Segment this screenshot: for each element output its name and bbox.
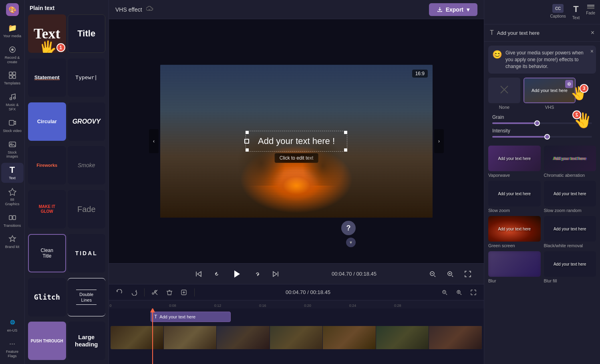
video-track <box>111 326 482 350</box>
vhs-effect-box[interactable]: Add your text here <box>523 78 576 103</box>
rp-header: T Add your text here × <box>484 24 600 42</box>
fullscreen-button[interactable] <box>461 268 474 280</box>
right-panel: CC Captions T Text Fade T Add your text … <box>484 0 600 364</box>
rp-close-button[interactable]: × <box>591 29 594 36</box>
sidebar-item-music[interactable]: Music & SFX <box>1 90 24 114</box>
text-item-statement[interactable]: Statement <box>28 58 66 97</box>
none-effect-box[interactable] <box>488 78 520 103</box>
sidebar-item-record-create[interactable]: Record &create <box>1 42 24 67</box>
effect-vaporwave[interactable]: Add your text here Vaporwave <box>488 146 541 178</box>
text-item-typewriter[interactable]: Typewr| <box>68 58 106 97</box>
blur-fill-label: Blur fill <box>544 278 596 283</box>
tl-fit-icon <box>470 289 477 296</box>
video-container: 16:9 Add your text here ! Click to edit … <box>109 19 484 263</box>
chromatic-thumb: Add your text here <box>544 146 596 171</box>
text-item-text[interactable]: Text 🖐 1 <box>28 14 66 53</box>
video-next-button[interactable]: › <box>434 129 444 153</box>
vaporwave-text: Add your text here <box>498 156 531 161</box>
text-item-makeitglow[interactable]: MAKE ITGLOW <box>28 190 66 228</box>
text-item-smoke[interactable]: Smoke <box>68 146 106 184</box>
slow-zoom-random-label: Slow zoom random <box>544 208 596 213</box>
cut-button[interactable] <box>149 287 161 298</box>
sidebar-item-stock-video[interactable]: Stock video <box>1 116 24 136</box>
effect-blur-fill[interactable]: Add your text here Blur fill <box>544 251 596 283</box>
text-clip[interactable]: T Add your text here <box>151 312 231 322</box>
tooltip-banner: 😊 Give your media super powers when you … <box>488 46 596 74</box>
sidebar-item-brand-kit[interactable]: Brand kit <box>1 232 24 252</box>
text-item-cleantitle[interactable]: CleanTitle <box>28 234 66 272</box>
fullscreen-icon <box>464 270 471 278</box>
timeline-timecode: 00:04.70 / 00:18.45 <box>286 289 330 295</box>
sidebar-item-graphics[interactable]: 88 Graphics <box>1 184 24 209</box>
tooltip-close-button[interactable]: × <box>590 48 594 54</box>
text-item-fireworks[interactable]: Fireworks <box>28 146 66 184</box>
sliders-section: Grain Intensity <box>488 114 596 146</box>
text-items-grid: Text 🖐 1 Title Statement Typewr| Circula… <box>25 14 109 364</box>
grain-slider-thumb[interactable] <box>534 120 540 126</box>
intensity-slider-thumb[interactable] <box>544 134 550 140</box>
playhead[interactable] <box>152 308 153 364</box>
step-badge-1: 1 <box>56 43 65 52</box>
play-button[interactable] <box>231 268 244 280</box>
text-item-fade[interactable]: Fade <box>68 190 106 228</box>
sidebar-item-text[interactable]: T Text <box>1 163 24 183</box>
sidebar-item-transitions[interactable]: Transitions <box>1 210 24 230</box>
text-item-doublelines[interactable]: DoubleLines <box>68 278 106 316</box>
redo-icon <box>131 289 137 296</box>
playback-controls: 00:04.70 / 00:18.45 <box>109 263 484 284</box>
intensity-slider-track[interactable] <box>492 136 592 138</box>
sidebar-label-graphics: 88 Graphics <box>3 198 22 206</box>
video-prev-button[interactable]: ‹ <box>149 129 159 153</box>
text-item-tidal[interactable]: TIDAL <box>68 234 106 272</box>
tab-fade[interactable]: Fade <box>583 2 598 22</box>
text-overlay[interactable]: Add your text here ! <box>246 131 347 152</box>
tl-zoom-in-icon <box>456 289 462 296</box>
tl-fit-button[interactable] <box>468 287 479 298</box>
text-item-glitch[interactable]: Glitch <box>28 278 66 316</box>
delete-button[interactable] <box>164 287 175 298</box>
help-button[interactable]: ? <box>341 221 356 235</box>
tab-captions[interactable]: CC Captions <box>547 2 569 22</box>
sidebar-item-your-media[interactable]: 📁 Your media <box>1 21 24 41</box>
rewind-button[interactable] <box>211 268 224 280</box>
svg-marker-11 <box>9 188 16 196</box>
effect-bw-removal[interactable]: Add your text here Black/white removal <box>544 216 596 248</box>
video-frame[interactable]: 16:9 Add your text here ! Click to edit … <box>160 65 433 218</box>
zoom-in-button[interactable] <box>444 268 457 280</box>
zoom-out-button[interactable] <box>426 268 439 280</box>
sidebar-item-templates[interactable]: Templates <box>1 68 24 88</box>
graphics-icon <box>8 187 17 196</box>
grain-slider-track[interactable] <box>492 122 592 124</box>
export-button[interactable]: Export ▾ <box>429 3 477 16</box>
sidebar-item-stock-images[interactable]: Stock images <box>1 137 24 162</box>
sidebar-item-locale[interactable]: 🌐 en-US <box>1 315 24 335</box>
effect-green-screen[interactable]: Add your text here Green screen <box>488 216 541 248</box>
sidebar-item-feature-flags[interactable]: ··· Feature Flags <box>1 336 24 361</box>
mark-button[interactable] <box>178 287 189 298</box>
effect-chromatic[interactable]: Add your text here Chromatic aberration <box>544 146 596 178</box>
skip-forward-button[interactable] <box>269 268 282 280</box>
fast-forward-button[interactable] <box>250 268 263 280</box>
logo-icon: 🎨 <box>8 6 16 14</box>
text-item-groovy[interactable]: GROOVY <box>68 102 106 141</box>
tab-text-effect[interactable]: T Text <box>569 2 583 22</box>
text-item-circular[interactable]: Circular <box>28 102 66 141</box>
effect-slow-zoom[interactable]: Add your text here Slow zoom <box>488 181 541 213</box>
tl-zoom-in-button[interactable] <box>453 287 465 298</box>
skip-back-icon <box>195 270 202 278</box>
text-item-title[interactable]: Title <box>68 14 106 53</box>
tl-zoom-out-button[interactable] <box>439 287 450 298</box>
redo-button[interactable] <box>128 287 139 298</box>
effect-slow-zoom-random[interactable]: Add your text here Slow zoom random <box>544 181 596 213</box>
tl-zoom-out-icon <box>441 289 448 296</box>
vaporwave-label: Vaporwave <box>488 173 541 178</box>
scroll-down-button[interactable]: ▾ <box>346 238 356 247</box>
effect-blur[interactable]: Blur <box>488 251 541 283</box>
text-item-largeheading[interactable]: Largeheading <box>68 322 106 360</box>
undo-button[interactable] <box>114 287 125 298</box>
skip-back-button[interactable] <box>192 268 205 280</box>
text-panel: Plain text Text 🖐 1 Title Statement Type… <box>25 0 109 364</box>
video-clip[interactable] <box>111 326 482 349</box>
text-item-pushthrough[interactable]: PUSH THROUGH <box>28 322 66 360</box>
timeline-ruler: 0 0:08 0:12 0:16 0:20 0:24 0:28 <box>109 300 484 308</box>
